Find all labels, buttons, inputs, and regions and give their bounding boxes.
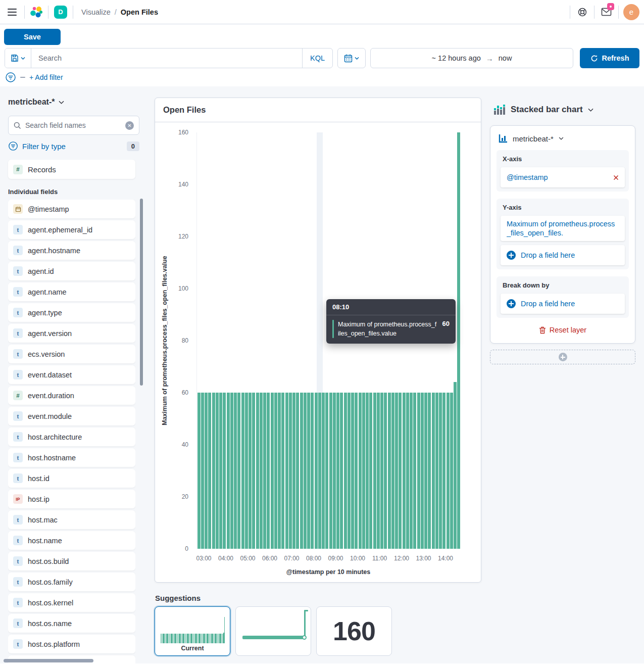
field-list-item[interactable]: thost.architecture — [8, 427, 135, 446]
bar[interactable] — [234, 393, 237, 549]
bar[interactable] — [362, 393, 365, 549]
bar[interactable] — [344, 393, 347, 549]
bar[interactable] — [391, 393, 394, 549]
field-list-item[interactable]: thost.id — [8, 469, 135, 488]
field-list-item[interactable]: tevent.module — [8, 407, 135, 425]
field-list-scrollbar[interactable] — [140, 199, 143, 386]
bar[interactable] — [252, 393, 255, 549]
clear-search-icon[interactable]: ✕ — [125, 121, 134, 130]
layer-index-pattern-switcher[interactable]: metricbeat-* — [499, 134, 628, 143]
bar[interactable] — [271, 393, 274, 549]
bar[interactable] — [311, 393, 314, 549]
index-pattern-switcher[interactable]: metricbeat-* — [0, 86, 147, 107]
saved-query-menu-button[interactable] — [5, 49, 31, 68]
y-dimension-label[interactable]: Maximum of prometheus.process_files_open… — [507, 216, 619, 241]
time-range-picker[interactable]: ~ 12 hours ago → now — [370, 48, 573, 68]
bar[interactable] — [201, 393, 204, 549]
bar[interactable] — [380, 393, 383, 549]
field-list-item[interactable]: tagent.id — [8, 262, 135, 280]
bar[interactable] — [351, 393, 354, 549]
field-list-item[interactable]: tecs.version — [8, 345, 135, 363]
horizontal-scrollbar[interactable] — [4, 659, 93, 662]
space-selector[interactable]: D — [48, 0, 73, 24]
field-list-item[interactable]: tagent.ephemeral_id — [8, 220, 135, 239]
field-list-item[interactable]: IPhost.ip — [8, 490, 135, 508]
bar[interactable] — [410, 393, 413, 549]
bar[interactable] — [289, 393, 292, 549]
bar[interactable] — [249, 393, 252, 549]
search-input[interactable] — [31, 49, 302, 68]
bar[interactable] — [245, 393, 248, 549]
menu-icon[interactable] — [0, 0, 24, 24]
bar[interactable] — [355, 393, 358, 549]
bar[interactable] — [384, 393, 387, 549]
field-list-item[interactable]: thost.os.family — [8, 573, 135, 591]
bar[interactable] — [274, 393, 277, 549]
field-list-item[interactable]: tagent.type — [8, 303, 135, 322]
add-layer-button[interactable] — [490, 350, 635, 364]
bar[interactable] — [267, 393, 270, 549]
bar[interactable] — [450, 393, 453, 549]
suggestion-metric[interactable]: 160 — [316, 606, 392, 656]
bar[interactable] — [373, 393, 376, 549]
field-list-item[interactable]: thost.mac — [8, 510, 135, 529]
bar[interactable] — [388, 393, 391, 549]
field-list-item[interactable]: thost.hostname — [8, 448, 135, 467]
bar[interactable] — [421, 393, 424, 549]
bar[interactable] — [304, 393, 307, 549]
field-list-item[interactable]: thost.os.kernel — [8, 593, 135, 612]
break-down-drop-target[interactable]: Drop a field here — [501, 294, 625, 314]
bar[interactable] — [300, 393, 303, 549]
filter-options-icon[interactable] — [5, 72, 16, 83]
field-list-item[interactable]: tevent.dataset — [8, 365, 135, 384]
bar[interactable] — [278, 393, 281, 549]
bar[interactable] — [348, 393, 351, 549]
bar[interactable] — [399, 393, 402, 549]
newsfeed-icon[interactable] — [595, 0, 618, 24]
y-axis-drop-target[interactable]: Drop a field here — [501, 245, 625, 265]
field-list-item[interactable]: tagent.name — [8, 282, 135, 301]
field-list-item[interactable]: thost.os.platform — [8, 635, 135, 653]
bar[interactable] — [417, 393, 420, 549]
field-list-item[interactable]: thost.os.name — [8, 614, 135, 633]
bar[interactable] — [457, 132, 460, 549]
bar[interactable] — [241, 393, 244, 549]
x-dimension-label[interactable]: @timestamp — [507, 173, 548, 181]
bar[interactable] — [322, 393, 325, 549]
bar[interactable] — [227, 393, 230, 549]
suggestion-line-chart[interactable] — [235, 606, 311, 656]
field-list-item[interactable]: @timestamp — [8, 200, 135, 218]
bar[interactable] — [406, 393, 409, 549]
bar[interactable] — [442, 393, 445, 549]
bar[interactable] — [325, 393, 328, 549]
reset-layer-button[interactable]: Reset layer — [497, 326, 629, 334]
bar[interactable] — [377, 393, 380, 549]
bar[interactable] — [263, 393, 266, 549]
bar[interactable] — [403, 393, 406, 549]
suggestion-current[interactable]: Current — [155, 606, 230, 656]
bar[interactable] — [216, 393, 219, 549]
bar[interactable] — [435, 393, 438, 549]
save-button[interactable]: Save — [4, 29, 61, 45]
bar[interactable] — [292, 393, 295, 549]
bar[interactable] — [256, 393, 259, 549]
remove-dimension-icon[interactable] — [613, 175, 619, 180]
bar[interactable] — [366, 393, 369, 549]
bar[interactable] — [318, 393, 321, 549]
bar[interactable] — [336, 393, 339, 549]
bar[interactable] — [454, 382, 457, 549]
bar[interactable] — [428, 393, 431, 549]
bar[interactable] — [219, 393, 222, 549]
field-list-item[interactable]: tagent.version — [8, 324, 135, 343]
bar[interactable] — [260, 393, 263, 549]
time-range-start[interactable]: ~ 12 hours ago — [432, 54, 481, 62]
field-list-item[interactable]: tagent.hostname — [8, 241, 135, 260]
field-list-item[interactable]: thost.name — [8, 531, 135, 550]
help-icon[interactable] — [570, 0, 594, 24]
bar[interactable] — [395, 393, 398, 549]
time-range-end[interactable]: now — [499, 54, 512, 62]
user-menu[interactable]: e — [619, 0, 644, 24]
bar[interactable] — [439, 393, 442, 549]
bar[interactable] — [281, 393, 284, 549]
add-filter-link[interactable]: + Add filter — [29, 73, 63, 81]
